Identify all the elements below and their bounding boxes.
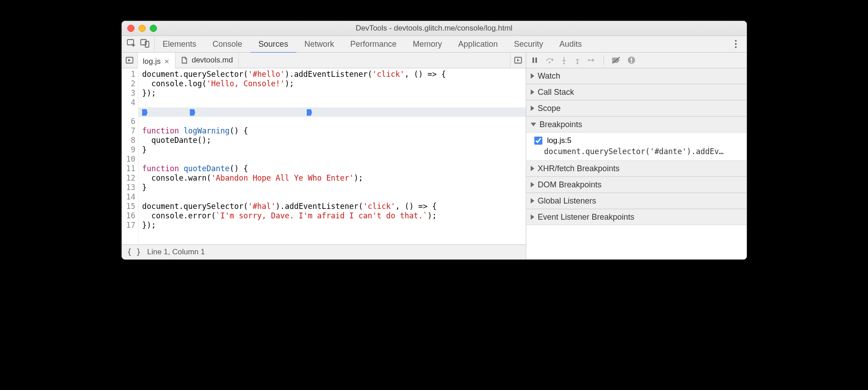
tab-elements[interactable]: Elements xyxy=(155,36,205,52)
svg-point-16 xyxy=(588,59,590,61)
line-number[interactable]: 6 xyxy=(126,117,135,126)
section-xhr-fetch-breakpoints[interactable]: XHR/fetch Breakpoints xyxy=(526,160,747,177)
file-tab-log-js[interactable]: log.js✕ xyxy=(138,53,176,71)
more-options-icon[interactable] xyxy=(731,40,740,49)
tab-network[interactable]: Network xyxy=(296,36,342,52)
file-tab-devtools-md[interactable]: devtools.md xyxy=(175,53,239,68)
svg-rect-8 xyxy=(532,58,534,63)
close-icon[interactable] xyxy=(127,25,134,32)
line-number[interactable]: 5 xyxy=(126,107,135,117)
code-line xyxy=(142,98,526,107)
open-files-bar: log.js✕devtools.md xyxy=(122,53,526,68)
debugger-toolbar xyxy=(526,53,747,68)
line-number[interactable]: 11 xyxy=(126,164,135,173)
chevron-right-icon xyxy=(531,106,534,111)
tab-audits[interactable]: Audits xyxy=(551,36,590,52)
section-label: Scope xyxy=(538,104,561,113)
section-label: Watch xyxy=(538,71,560,81)
svg-rect-20 xyxy=(631,62,632,63)
section-label: Breakpoints xyxy=(540,120,582,129)
svg-rect-19 xyxy=(631,58,632,61)
line-number[interactable]: 10 xyxy=(126,155,135,164)
minimize-icon[interactable] xyxy=(139,25,146,32)
tab-console[interactable]: Console xyxy=(205,36,251,52)
step-icon[interactable] xyxy=(587,56,596,64)
breakpoint-title: log.js:5 xyxy=(547,136,572,145)
line-number[interactable]: 15 xyxy=(126,202,135,211)
traffic-lights xyxy=(127,25,157,32)
line-number[interactable]: 13 xyxy=(126,183,135,192)
code-line: } xyxy=(142,145,526,155)
line-number[interactable]: 14 xyxy=(126,192,135,202)
chevron-right-icon xyxy=(531,182,534,187)
section-call-stack[interactable]: Call Stack xyxy=(526,84,747,100)
section-scope[interactable]: Scope xyxy=(526,100,747,116)
tab-performance[interactable]: Performance xyxy=(342,36,405,52)
tab-application[interactable]: Application xyxy=(450,36,506,52)
line-number[interactable]: 9 xyxy=(126,145,135,155)
inline-breakpoint-icon[interactable] xyxy=(190,109,195,116)
show-debugger-icon[interactable] xyxy=(510,53,526,68)
code-line: document.querySelector('#hal').addEventL… xyxy=(142,202,526,211)
breakpoint-item[interactable]: log.js:5document.querySelector('#dante')… xyxy=(526,133,747,160)
line-number[interactable]: 3 xyxy=(126,89,135,98)
line-number[interactable]: 12 xyxy=(126,173,135,183)
code-line: }); xyxy=(142,221,526,230)
section-label: Call Stack xyxy=(538,88,574,97)
section-label: XHR/fetch Breakpoints xyxy=(538,164,620,173)
section-breakpoints[interactable]: Breakpoints xyxy=(526,116,747,133)
section-global-listeners[interactable]: Global Listeners xyxy=(526,193,747,209)
line-number[interactable]: 2 xyxy=(126,79,135,89)
section-label: Event Listener Breakpoints xyxy=(538,213,635,222)
code-line: console.warn('Abandon Hope All Ye Who En… xyxy=(142,173,526,183)
inline-breakpoint-icon[interactable] xyxy=(142,109,148,116)
line-number[interactable]: 16 xyxy=(126,211,135,221)
breakpoint-checkbox[interactable] xyxy=(534,137,542,145)
devtools-window: DevTools - devtools.glitch.me/console/lo… xyxy=(121,21,747,260)
chevron-right-icon xyxy=(531,198,534,204)
panel-tabs: ElementsConsoleSourcesNetworkPerformance… xyxy=(122,36,747,53)
code-line xyxy=(142,155,526,164)
editor-status: { } Line 1, Column 1 xyxy=(122,244,526,259)
line-number[interactable]: 1 xyxy=(126,70,135,79)
line-number[interactable]: 4 xyxy=(126,98,135,107)
tab-sources[interactable]: Sources xyxy=(251,35,296,53)
code-line: console.error(`I'm sorry, Dave. I'm afra… xyxy=(142,211,526,221)
section-event-listener-breakpoints[interactable]: Event Listener Breakpoints xyxy=(526,209,747,225)
show-navigator-icon[interactable] xyxy=(122,53,138,68)
step-over-icon[interactable] xyxy=(545,56,554,64)
pretty-print-icon[interactable]: { } xyxy=(127,248,141,257)
svg-point-10 xyxy=(549,62,550,63)
maximize-icon[interactable] xyxy=(150,25,157,32)
svg-point-4 xyxy=(735,43,737,45)
breakpoint-snippet: document.querySelector('#dante').addEv… xyxy=(544,147,742,156)
cursor-position: Line 1, Column 1 xyxy=(147,248,205,257)
inspect-element-icon[interactable] xyxy=(126,38,136,50)
pause-icon[interactable] xyxy=(531,56,539,64)
chevron-down-icon xyxy=(531,123,536,126)
line-number[interactable]: 7 xyxy=(126,126,135,136)
code-line xyxy=(142,192,526,202)
step-out-icon[interactable] xyxy=(574,56,581,64)
step-into-icon[interactable] xyxy=(560,56,568,64)
svg-point-5 xyxy=(735,46,737,48)
section-label: DOM Breakpoints xyxy=(538,180,602,190)
deactivate-breakpoints-icon[interactable] xyxy=(611,56,621,64)
section-dom-breakpoints[interactable]: DOM Breakpoints xyxy=(526,177,747,193)
inline-breakpoint-icon[interactable] xyxy=(307,109,312,116)
close-icon[interactable]: ✕ xyxy=(164,58,170,65)
device-toggle-icon[interactable] xyxy=(140,38,150,50)
svg-point-12 xyxy=(563,62,565,64)
line-number[interactable]: 8 xyxy=(126,136,135,145)
chevron-right-icon xyxy=(531,73,534,79)
section-watch[interactable]: Watch xyxy=(526,68,747,84)
tab-memory[interactable]: Memory xyxy=(405,36,450,52)
tab-security[interactable]: Security xyxy=(506,36,551,52)
line-number[interactable]: 17 xyxy=(126,221,135,230)
code-line xyxy=(142,117,526,126)
code-editor[interactable]: 1234567891011121314151617 document.query… xyxy=(122,68,526,244)
code-line: console.log('Hello, Console!'); xyxy=(142,79,526,89)
chevron-right-icon xyxy=(531,166,534,171)
debugger-panel: WatchCall StackScopeBreakpointslog.js:5d… xyxy=(526,53,747,259)
pause-on-exceptions-icon[interactable] xyxy=(627,56,635,64)
